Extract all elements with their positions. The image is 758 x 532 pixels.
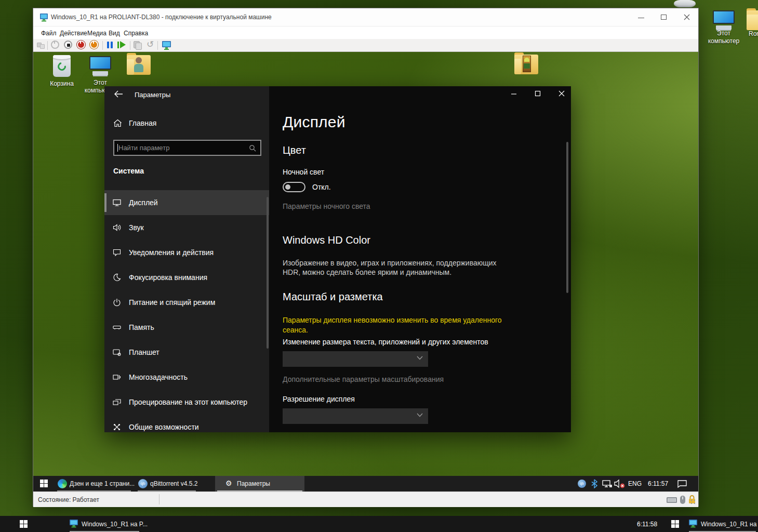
resize-grip[interactable] (690, 499, 697, 506)
advanced-scaling-link[interactable]: Дополнительные параметры масштабирования (283, 375, 444, 383)
sidebar-item-focus-assist[interactable]: Фокусировка внимания (104, 265, 269, 290)
host-desktop-icon-this-pc[interactable]: Этот компьютер (702, 10, 745, 45)
moon-icon (113, 273, 121, 282)
this-pc-icon (702, 10, 745, 30)
taskbar-label: Параметры (237, 480, 270, 487)
nav-label: Уведомления и действия (129, 248, 214, 257)
resume-vm-icon[interactable] (117, 41, 126, 50)
menu-file[interactable]: Файл (38, 29, 59, 38)
resolution-dropdown[interactable] (283, 408, 428, 424)
network-icon[interactable] (602, 480, 613, 488)
content-scrollbar[interactable] (566, 142, 568, 293)
host-start-button-2[interactable] (666, 516, 687, 532)
guest-icon-recycle-bin[interactable]: Корзина (43, 55, 81, 88)
back-button[interactable] (107, 86, 130, 102)
taskbar-settings-button[interactable]: ⚙ Параметры (215, 476, 304, 491)
vm-window-title: Windows_10_R1 на PROLIANT-DL380 - подклю… (51, 14, 272, 21)
guest-icon-media-folder[interactable] (507, 55, 546, 74)
text-caret (117, 144, 118, 152)
chevron-down-icon (417, 413, 423, 417)
folder-icon (747, 10, 758, 30)
search-icon[interactable] (249, 144, 256, 152)
bluetooth-icon[interactable] (591, 479, 598, 488)
sidebar-item-notifications[interactable]: Уведомления и действия (104, 240, 269, 265)
sidebar-item-sound[interactable]: Звук (104, 215, 269, 240)
menu-view[interactable]: Вид (106, 29, 123, 38)
sidebar-item-display[interactable]: Дисплей (104, 190, 269, 215)
language-indicator[interactable]: ENG (628, 480, 642, 487)
search-input[interactable] (118, 142, 243, 154)
taskbar-qbittorrent-button[interactable]: qb qBittorrent v4.5.2 (136, 476, 198, 491)
sidebar-scrollbar[interactable] (267, 197, 269, 349)
taskbar-edge-button[interactable]: Дзен и еще 1 страни... (55, 476, 133, 491)
vm-minimize-button[interactable] (630, 8, 653, 26)
pause-vm-icon[interactable] (106, 41, 115, 50)
menu-help[interactable]: Справка (121, 29, 151, 38)
settings-minimize-button[interactable] (502, 86, 526, 102)
action-center-icon[interactable] (677, 480, 687, 488)
shutdown-vm-icon[interactable] (77, 41, 86, 50)
nav-label: Память (129, 323, 154, 331)
sidebar-item-multitasking[interactable]: Многозадачность (104, 365, 269, 390)
host-recycle-bin-icon-top[interactable] (674, 0, 696, 7)
host-taskbar-vm-button-2[interactable]: Windows_10_R1 на P. (687, 516, 758, 532)
recycle-bin-icon (43, 55, 81, 77)
host-start-button[interactable] (12, 516, 37, 532)
stop-vm-icon[interactable] (64, 41, 73, 50)
night-light-settings-link[interactable]: Параметры ночного света (283, 202, 370, 210)
scale-dropdown-label: Изменение размера текста, приложений и д… (283, 338, 488, 346)
guest-clock[interactable]: 6:11:57 (648, 480, 668, 487)
notifications-icon (113, 248, 121, 257)
chevron-down-icon (417, 356, 423, 360)
vm-close-button[interactable] (675, 8, 698, 26)
close-icon (684, 14, 690, 20)
volume-muted-icon[interactable] (614, 479, 626, 488)
power-icon (113, 298, 121, 307)
sidebar-item-storage[interactable]: Память (104, 315, 269, 340)
host-taskbar-vm-button[interactable]: Windows_10_R1 на P... (68, 516, 141, 532)
vm-window-titlebar[interactable]: Windows_10_R1 на PROLIANT-DL380 - подклю… (33, 8, 698, 26)
vm-maximize-button[interactable] (653, 8, 675, 26)
home-icon (113, 119, 122, 127)
tablet-icon (113, 348, 121, 356)
host-desktop-icon-ror-folder[interactable]: Ror (747, 10, 758, 38)
sidebar-item-home[interactable]: Главная (104, 115, 269, 132)
nav-label: Дисплей (129, 198, 158, 207)
guest-icon-user-folder[interactable] (119, 55, 158, 75)
hyperv-app-icon (39, 13, 49, 22)
night-light-toggle[interactable] (283, 182, 305, 192)
revert-icon[interactable]: ↺ (147, 39, 156, 48)
tray-qbittorrent-icon[interactable]: qb (578, 480, 586, 488)
search-box[interactable] (113, 140, 261, 156)
user-folder-icon (127, 55, 151, 75)
enhanced-session-icon[interactable] (162, 41, 171, 50)
sound-icon (113, 223, 121, 232)
shutdown-guest-icon[interactable] (90, 41, 99, 50)
vm-toolbar: ↺ (33, 39, 698, 52)
hyperv-app-icon (69, 519, 79, 528)
host-desktop: Этот компьютер Ror Windows_10_R1 на PROL… (0, 0, 758, 532)
windows-logo-icon (40, 480, 56, 487)
color-section-title: Цвет (283, 144, 306, 156)
start-vm-icon[interactable] (51, 41, 60, 50)
scale-section-title: Масштаб и разметка (283, 291, 383, 303)
checkpoint-icon[interactable] (134, 41, 143, 50)
windows-logo-icon (20, 520, 37, 528)
sidebar-item-power-sleep[interactable]: Питание и спящий режим (104, 290, 269, 315)
night-light-state: Откл. (312, 183, 331, 191)
sidebar-item-shared-experiences[interactable]: Общие возможности (104, 415, 269, 432)
settings-close-button[interactable] (550, 86, 571, 102)
hdr-description: Изображение в видео, играх и приложениях… (283, 258, 503, 277)
taskbar-label: Дзен и еще 1 страни... (70, 480, 135, 487)
menu-media[interactable]: Медиа (85, 29, 109, 38)
ctrl-alt-del-icon[interactable] (36, 41, 46, 50)
night-light-label: Ночной свет (283, 168, 324, 176)
nav-label: Общие возможности (129, 423, 199, 431)
scale-dropdown[interactable] (283, 351, 428, 367)
edge-icon (58, 479, 67, 488)
sidebar-item-tablet[interactable]: Планшет (104, 340, 269, 365)
settings-maximize-button[interactable] (526, 86, 550, 102)
guest-start-button[interactable] (36, 476, 56, 491)
sidebar-item-projecting[interactable]: Проецирование на этот компьютер (104, 390, 269, 415)
host-clock[interactable]: 6:11:58 (637, 521, 657, 528)
